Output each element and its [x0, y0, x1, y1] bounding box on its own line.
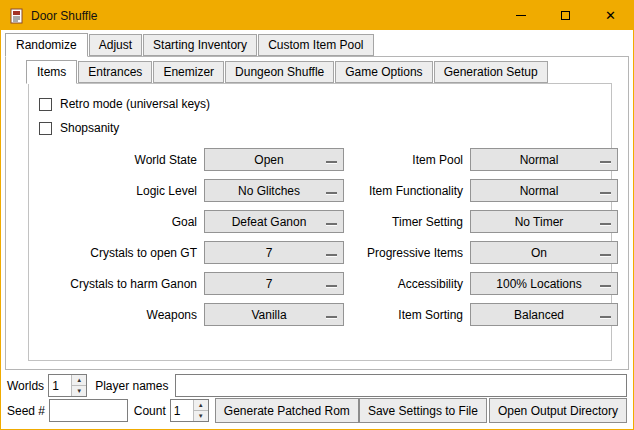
window-controls: ✕ [498, 1, 633, 30]
shopsanity-checkbox[interactable] [39, 122, 52, 135]
tab-entrances[interactable]: Entrances [78, 61, 152, 83]
worlds-input[interactable] [49, 375, 71, 396]
world-state-label: World State [39, 153, 197, 167]
generate-patched-rom-button[interactable]: Generate Patched Rom [215, 398, 359, 423]
worlds-label: Worlds [7, 379, 44, 393]
worlds-stepper[interactable]: ▲ ▼ [48, 374, 87, 397]
item-functionality-label: Item Functionality [351, 184, 463, 198]
maximize-button[interactable] [543, 1, 588, 30]
worlds-row: Worlds ▲ ▼ Player names [7, 373, 627, 398]
worlds-stepper-arrows: ▲ ▼ [71, 375, 86, 396]
dropdown-indicator-icon [326, 285, 337, 288]
item-sorting-label: Item Sorting [351, 308, 463, 322]
count-decrement-icon[interactable]: ▼ [194, 411, 208, 421]
dropdown-indicator-icon [326, 192, 337, 195]
progressive-items-dropdown[interactable]: On [470, 241, 618, 264]
accessibility-label: Accessibility [351, 277, 463, 291]
tab-dungeon-shuffle[interactable]: Dungeon Shuffle [225, 61, 334, 83]
dropdown-indicator-icon [600, 161, 611, 164]
retro-mode-label: Retro mode (universal keys) [60, 97, 210, 111]
randomize-pane: Items Entrances Enemizer Dungeon Shuffle… [5, 56, 629, 370]
open-output-directory-button[interactable]: Open Output Directory [489, 398, 627, 423]
app-window: Door Shuffle ✕ Randomize Adjust Starting… [0, 0, 634, 430]
tab-generation-setup[interactable]: Generation Setup [434, 61, 548, 83]
dropdown-indicator-icon [600, 316, 611, 319]
dropdown-indicator-icon [600, 192, 611, 195]
goal-label: Goal [39, 215, 197, 229]
count-increment-icon[interactable]: ▲ [194, 400, 208, 411]
count-label: Count [134, 404, 166, 418]
worlds-increment-icon[interactable]: ▲ [72, 375, 86, 386]
app-icon [9, 8, 25, 24]
outer-tab-bar: Randomize Adjust Starting Inventory Cust… [1, 30, 633, 56]
dropdown-indicator-icon [326, 254, 337, 257]
logic-level-label: Logic Level [39, 184, 197, 198]
dropdown-indicator-icon [600, 285, 611, 288]
goal-dropdown[interactable]: Defeat Ganon [204, 210, 344, 233]
shopsanity-row: Shopsanity [39, 116, 611, 140]
dropdown-indicator-icon [326, 223, 337, 226]
minimize-button[interactable] [498, 1, 543, 30]
dropdown-indicator-icon [600, 254, 611, 257]
dropdown-indicator-icon [326, 316, 337, 319]
seed-row: Seed # Count ▲ ▼ Generate Patched Rom Sa… [7, 398, 627, 423]
count-stepper-arrows: ▲ ▼ [193, 400, 208, 421]
player-names-input[interactable] [175, 374, 628, 397]
close-icon: ✕ [605, 9, 616, 22]
bottom-bar: Worlds ▲ ▼ Player names Seed # Count [1, 370, 633, 429]
tab-adjust[interactable]: Adjust [89, 34, 142, 56]
weapons-label: Weapons [39, 308, 197, 322]
crystals-ganon-dropdown[interactable]: 7 [204, 272, 344, 295]
options-grid: World State Open Item Pool Normal Logic … [39, 148, 611, 326]
seed-label: Seed # [7, 404, 45, 418]
retro-mode-checkbox[interactable] [39, 98, 52, 111]
accessibility-dropdown[interactable]: 100% Locations [470, 272, 618, 295]
count-input[interactable] [171, 400, 193, 421]
window-title: Door Shuffle [31, 9, 98, 23]
titlebar[interactable]: Door Shuffle ✕ [1, 1, 633, 30]
player-names-label: Player names [95, 379, 168, 393]
retro-mode-row: Retro mode (universal keys) [39, 92, 611, 116]
tab-items[interactable]: Items [26, 60, 77, 84]
timer-setting-label: Timer Setting [351, 215, 463, 229]
item-sorting-dropdown[interactable]: Balanced [470, 303, 618, 326]
tab-starting-inventory[interactable]: Starting Inventory [143, 34, 257, 56]
crystals-gt-label: Crystals to open GT [39, 246, 197, 260]
dropdown-indicator-icon [326, 161, 337, 164]
tab-randomize[interactable]: Randomize [5, 33, 88, 57]
crystals-ganon-label: Crystals to harm Ganon [39, 277, 197, 291]
world-state-dropdown[interactable]: Open [204, 148, 344, 171]
tab-custom-item-pool[interactable]: Custom Item Pool [258, 34, 373, 56]
close-button[interactable]: ✕ [588, 1, 633, 30]
window-content: Randomize Adjust Starting Inventory Cust… [1, 30, 633, 429]
tab-enemizer[interactable]: Enemizer [153, 61, 224, 83]
dropdown-indicator-icon [600, 223, 611, 226]
worlds-decrement-icon[interactable]: ▼ [72, 386, 86, 396]
save-settings-button[interactable]: Save Settings to File [359, 398, 487, 423]
count-stepper[interactable]: ▲ ▼ [170, 399, 209, 422]
logic-level-dropdown[interactable]: No Glitches [204, 179, 344, 202]
seed-input[interactable] [49, 399, 128, 422]
item-pool-label: Item Pool [351, 153, 463, 167]
timer-setting-dropdown[interactable]: No Timer [470, 210, 618, 233]
item-functionality-dropdown[interactable]: Normal [470, 179, 618, 202]
items-pane: Retro mode (universal keys) Shopsanity W… [28, 83, 612, 361]
crystals-gt-dropdown[interactable]: 7 [204, 241, 344, 264]
item-pool-dropdown[interactable]: Normal [470, 148, 618, 171]
progressive-items-label: Progressive Items [351, 246, 463, 260]
tab-game-options[interactable]: Game Options [335, 61, 432, 83]
minimize-icon [516, 15, 526, 16]
shopsanity-label: Shopsanity [60, 121, 119, 135]
weapons-dropdown[interactable]: Vanilla [204, 303, 344, 326]
inner-tab-bar: Items Entrances Enemizer Dungeon Shuffle… [6, 57, 628, 83]
maximize-icon [561, 11, 570, 20]
